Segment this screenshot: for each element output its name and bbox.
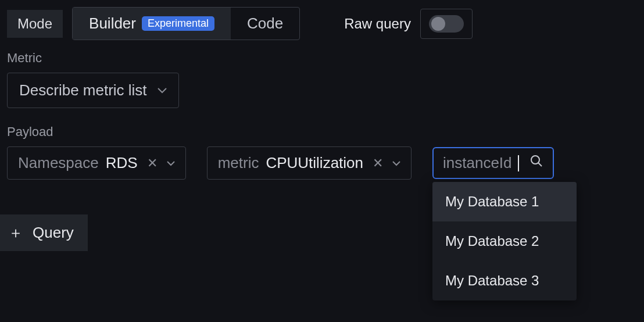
- add-query-button[interactable]: ＋ Query: [0, 214, 88, 251]
- chip-value: CPUUtilization: [266, 154, 363, 172]
- tab-code[interactable]: Code: [231, 8, 299, 40]
- remove-chip-icon[interactable]: ✕: [145, 156, 160, 171]
- text-cursor: [518, 155, 519, 171]
- experimental-badge: Experimental: [142, 16, 214, 31]
- tab-builder[interactable]: Builder Experimental: [73, 8, 231, 40]
- metric-section-label: Metric: [7, 51, 637, 66]
- dropdown-item[interactable]: My Database 3: [432, 261, 577, 300]
- dropdown-item[interactable]: My Database 2: [432, 221, 577, 261]
- svg-line-1: [538, 163, 542, 166]
- payload-chip-metric[interactable]: metric CPUUtilization ✕: [207, 146, 412, 180]
- payload-section-label: Payload: [7, 124, 637, 139]
- chevron-down-icon: [158, 84, 167, 96]
- toggle-knob: [431, 17, 445, 31]
- chip-key: metric: [218, 154, 259, 172]
- add-query-label: Query: [33, 224, 74, 242]
- mode-label: Mode: [7, 10, 63, 38]
- metric-select-value: Describe metric list: [19, 81, 147, 99]
- metric-select[interactable]: Describe metric list: [7, 73, 179, 108]
- chip-value: RDS: [106, 154, 138, 172]
- instanceid-search-input[interactable]: instanceId My Database 1 My Database 2 M…: [432, 147, 554, 179]
- plus-icon: ＋: [8, 223, 23, 243]
- remove-chip-icon[interactable]: ✕: [370, 156, 385, 171]
- raw-query-toggle-wrap: [420, 9, 473, 39]
- tab-builder-label: Builder: [89, 15, 136, 33]
- svg-point-0: [531, 156, 539, 164]
- raw-query-label: Raw query: [344, 16, 411, 32]
- payload-chip-namespace[interactable]: Namespace RDS ✕: [7, 146, 186, 180]
- mode-tab-group: Builder Experimental Code: [72, 7, 300, 40]
- search-text: instanceId: [443, 154, 512, 172]
- dropdown-item[interactable]: My Database 1: [432, 182, 577, 221]
- chevron-down-icon[interactable]: [392, 158, 400, 169]
- raw-query-toggle[interactable]: [429, 15, 464, 33]
- search-icon: [529, 154, 543, 172]
- chevron-down-icon[interactable]: [167, 158, 175, 169]
- instanceid-dropdown: My Database 1 My Database 2 My Database …: [432, 182, 577, 300]
- chip-key: Namespace: [18, 154, 99, 172]
